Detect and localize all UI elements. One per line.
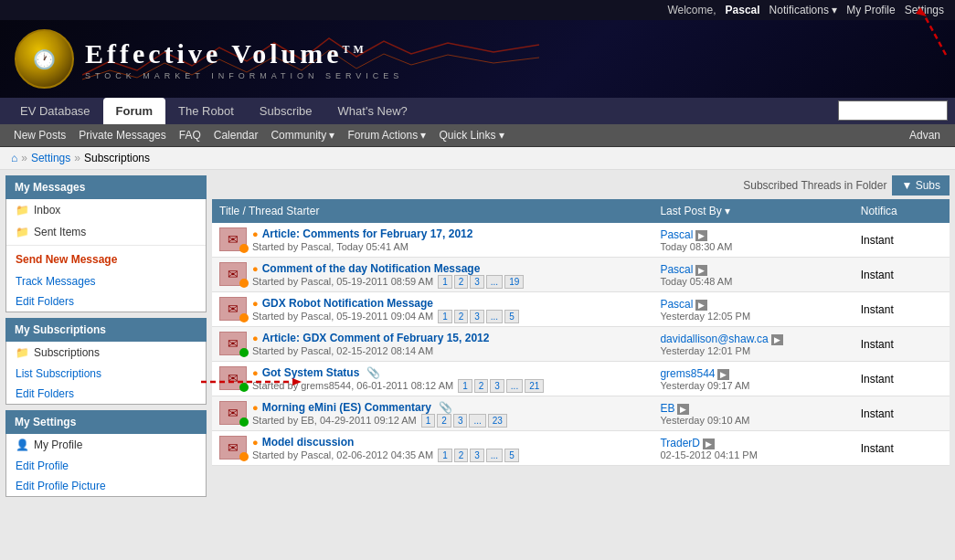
table-row: ✉ ● Article: Comments for February 17, 2… [212, 223, 950, 258]
subnav-calendar[interactable]: Calendar [207, 124, 265, 146]
my-subscriptions-section: My Subscriptions 📁 Subscriptions List Su… [5, 318, 207, 405]
sidebar: My Messages 📁 Inbox 📁 Sent Items Send Ne… [5, 175, 207, 497]
my-subscriptions-header: My Subscriptions [5, 318, 207, 342]
subnav-quick-links[interactable]: Quick Links ▾ [433, 124, 511, 146]
table-row: ✉ ● Model discussion Started by Pascal, … [212, 431, 950, 466]
table-row: ✉ ● Comment of the day Notification Mess… [212, 258, 950, 292]
sidebar-list-subscriptions[interactable]: List Subscriptions [6, 364, 206, 384]
subscriptions-header-text: Subscribed Threads in Folder [743, 179, 886, 192]
username: Pascal [726, 4, 760, 16]
sidebar-edit-folders-subs[interactable]: Edit Folders [6, 384, 206, 404]
breadcrumb: ⌂ » Settings » Subscriptions [0, 147, 955, 170]
inbox-label: Inbox [34, 204, 60, 217]
sidebar-send-new-message[interactable]: Send New Message [6, 248, 206, 271]
sent-items-label: Sent Items [34, 226, 86, 238]
col-notification: Notifica [854, 199, 950, 223]
my-messages-section: My Messages 📁 Inbox 📁 Sent Items Send Ne… [5, 175, 207, 312]
nav-whats-new[interactable]: What's New? [325, 98, 420, 124]
my-profile-link[interactable]: My Profile [846, 4, 895, 16]
nav-forum[interactable]: Forum [103, 98, 165, 124]
subscriptions-label: Subscriptions [34, 346, 100, 359]
welcome-text: Welcome, [667, 4, 716, 16]
main-nav: EV Database Forum The Robot Subscribe Wh… [0, 98, 955, 124]
sidebar-edit-profile-picture[interactable]: Edit Profile Picture [6, 476, 206, 496]
logo-tm: TM [342, 43, 366, 56]
table-row: ✉ ● GDX Robot Notification Message Start… [212, 292, 950, 327]
sidebar-sent-items[interactable]: 📁 Sent Items [6, 221, 206, 243]
sidebar-subscriptions[interactable]: 📁 Subscriptions [6, 342, 206, 364]
breadcrumb-separator1: » [21, 152, 27, 164]
logo-title: Effective VolumeTM [85, 38, 403, 69]
my-messages-header: My Messages [5, 175, 207, 199]
logo-text-area: Effective VolumeTM STOCK MARKET INFORMAT… [85, 38, 403, 80]
thread-table: Title / Thread Starter Last Post By ▾ No… [212, 199, 950, 466]
sub-nav: New Posts Private Messages FAQ Calendar … [0, 124, 955, 147]
settings-link[interactable]: Settings [905, 4, 944, 16]
logo-circle: 🕐 [15, 29, 74, 89]
folder-icon: 📁 [16, 204, 29, 217]
folder-icon-sent: 📁 [16, 226, 29, 238]
breadcrumb-home[interactable]: ⌂ [11, 152, 17, 164]
col-title: Title / Thread Starter [212, 199, 653, 223]
subnav-faq[interactable]: FAQ [173, 124, 207, 146]
logo-subtitle: STOCK MARKET INFORMATION SERVICES [85, 71, 403, 80]
subnav-private-messages[interactable]: Private Messages [72, 124, 172, 146]
user-icon: 👤 [16, 438, 29, 451]
my-settings-section: My Settings 👤 My Profile Edit Profile Ed… [5, 410, 207, 497]
table-row: ✉ ● Morning eMini (ES) Commentary 📎 Star… [212, 396, 950, 431]
folder-icon-subs: 📁 [16, 346, 29, 359]
nav-subscribe[interactable]: Subscribe [247, 98, 325, 124]
table-row: ✉ ● Got System Status 📎 Started by grems… [212, 362, 950, 396]
sidebar-my-profile[interactable]: 👤 My Profile [6, 434, 206, 456]
col-last-post: Last Post By ▾ [653, 199, 853, 223]
breadcrumb-separator2: » [74, 152, 80, 164]
nav-ev-database[interactable]: EV Database [7, 98, 103, 124]
my-settings-header: My Settings [5, 410, 207, 434]
breadcrumb-settings[interactable]: Settings [31, 152, 70, 164]
subnav-new-posts[interactable]: New Posts [7, 124, 72, 146]
adv-label: Advan [902, 124, 948, 146]
sidebar-edit-profile[interactable]: Edit Profile [6, 456, 206, 476]
notifications-link[interactable]: Notifications ▾ [769, 4, 838, 16]
subnav-community[interactable]: Community ▾ [264, 124, 341, 146]
my-profile-sidebar-label: My Profile [34, 438, 82, 451]
subnav-forum-actions[interactable]: Forum Actions ▾ [341, 124, 432, 146]
main-content: Subscribed Threads in Folder ▼ Subs Titl… [212, 175, 950, 497]
breadcrumb-current: Subscriptions [84, 152, 150, 164]
sidebar-edit-folders[interactable]: Edit Folders [6, 291, 206, 312]
clock-icon: 🕐 [33, 48, 56, 70]
sidebar-track-messages[interactable]: Track Messages [6, 271, 206, 291]
subs-dropdown-btn[interactable]: ▼ Subs [892, 175, 950, 195]
search-input[interactable] [838, 100, 948, 121]
sidebar-inbox[interactable]: 📁 Inbox [6, 199, 206, 221]
nav-the-robot[interactable]: The Robot [165, 98, 247, 124]
table-row: ✉ ● Article: GDX Comment of February 15,… [212, 327, 950, 362]
